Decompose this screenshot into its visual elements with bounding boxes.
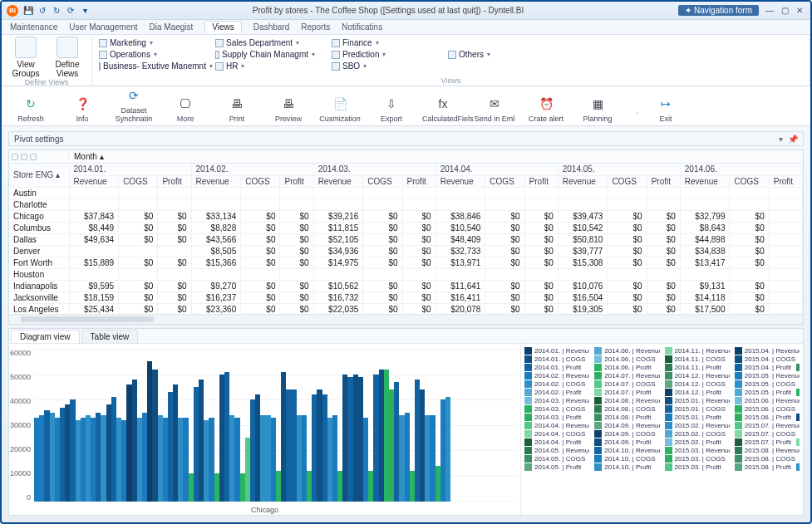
legend-item[interactable]: 2014.12. | COGS [665, 380, 730, 388]
ribbon-link-sales-department[interactable]: Sales Department▾ [215, 38, 315, 47]
sub-header-cogs[interactable]: COGS [608, 175, 647, 187]
chart-bar[interactable] [445, 397, 450, 502]
legend-item[interactable]: 2014.06. | Revenue [594, 347, 659, 355]
legend-item[interactable]: 2015.04. | Profit201 [735, 364, 800, 371]
sub-header-cogs[interactable]: COGS [485, 175, 524, 187]
filter-dot[interactable] [12, 154, 18, 160]
sub-header-profit[interactable]: Profit [524, 175, 558, 187]
menu-tab-dia-maegist[interactable]: Dia Maegist [150, 22, 194, 32]
filter-dot[interactable] [30, 154, 37, 160]
ribbon-link-sbo[interactable]: SBO▾ [332, 61, 431, 71]
scrollbar-thumb[interactable] [21, 316, 154, 322]
table-row[interactable]: Indianapolis$9,595$0$0$9,270$0$0$10,562$… [9, 280, 803, 291]
toolbar-preview[interactable]: 🖶Preview [268, 95, 309, 123]
month-col-header[interactable]: 2014.06. [680, 164, 802, 175]
legend-item[interactable]: 2015.03. | Profit [665, 463, 730, 471]
menu-tab-maintenance[interactable]: Maintenance [10, 22, 57, 32]
legend-item[interactable]: 2014.01. | Revenue [524, 347, 589, 355]
menu-tab-reports[interactable]: Reports [301, 22, 330, 32]
sub-header-profit[interactable]: Profit [402, 175, 436, 187]
qat-undo-icon[interactable]: ↺ [37, 6, 47, 16]
tab-diagram-view[interactable]: Diagram view [11, 330, 80, 343]
legend-item[interactable]: 2014.07. | Revenue [594, 372, 659, 380]
menu-tab-user-management[interactable]: User Management [69, 22, 137, 32]
sub-header-profit[interactable]: Profit [647, 175, 680, 187]
ribbon-link-others[interactable]: Others▾ [448, 50, 548, 59]
legend-item[interactable]: 2014.05. | COGS [524, 455, 589, 463]
legend-item[interactable]: 2014.11. | COGS [665, 355, 730, 363]
legend-item[interactable]: 2015.04. | Revenue201 [735, 347, 800, 355]
store-header[interactable]: Store ENG ▴ [9, 164, 69, 187]
legend-item[interactable]: 2014.01. | Profit [524, 364, 589, 371]
sub-header-cogs[interactable]: COGS [730, 175, 769, 187]
legend-item[interactable]: 2014.03. | COGS [524, 405, 589, 413]
legend-item[interactable]: 2015.08. | Profit201 [735, 463, 800, 471]
table-row[interactable]: Charlotte [9, 198, 803, 210]
legend-item[interactable]: 2014.11. | Revenue [665, 347, 730, 355]
legend-item[interactable]: 2014.03. | Profit [524, 414, 589, 421]
menu-tab-dashbard[interactable]: Dashbard [253, 22, 289, 32]
legend-item[interactable]: 2015.02. | Revenue [665, 422, 730, 429]
legend-item[interactable]: 2015.03. | Revenue [665, 447, 730, 454]
toolbar-dataset-synchnatin[interactable]: ⟳Dataset Synchnatin [113, 86, 155, 123]
table-row[interactable]: Dallas$49,634$0$0$43,566$0$0$52,105$0$0$… [9, 233, 803, 245]
sub-header-cogs[interactable]: COGS [363, 175, 402, 187]
legend-item[interactable]: 2015.05. | COGS201 [735, 380, 800, 388]
legend-item[interactable]: 2014.02. | Revenue [524, 372, 589, 380]
legend-item[interactable]: 2015.04. | COGS201 [735, 355, 800, 363]
legend-item[interactable]: 2014.01. | COGS [524, 355, 589, 363]
toolbar-send-in-eml[interactable]: ✉Send in Eml [474, 95, 515, 123]
horizontal-scrollbar[interactable] [9, 314, 803, 324]
legend-item[interactable]: 2014.09. | COGS [594, 430, 659, 438]
grid-scroll[interactable]: Store ENG ▴2014.01.2014.02.2014.03.2014.… [9, 164, 803, 314]
toolbar-calculatedfiels[interactable]: fxCalculatedFiels [422, 95, 464, 123]
legend-item[interactable]: 2014.07. | Profit [594, 389, 659, 396]
tab-table-view[interactable]: Table view [81, 330, 139, 343]
sub-header-revenue[interactable]: Revenue [69, 175, 119, 187]
close-icon[interactable]: ✕ [794, 6, 805, 16]
ribbon-link-supply-chain-managmt[interactable]: Supply Chain Managmt▾ [215, 50, 315, 59]
legend-item[interactable]: 2014.09. | Revenue [594, 422, 659, 429]
month-col-header[interactable]: 2014.05. [558, 164, 680, 175]
sub-header-profit[interactable]: Profit [280, 175, 313, 187]
ribbon-link-finance[interactable]: Finance▾ [332, 38, 431, 47]
legend-item[interactable]: 2015.06. | Revenue201 [735, 397, 800, 404]
ribbon-link-business-exutive-manemnt[interactable]: Business- Exutive Manemnt▾ [99, 61, 199, 71]
table-row[interactable]: Columbus$8,449$0$0$8,828$0$0$11,815$0$0$… [9, 222, 803, 233]
legend-item[interactable]: 2014.10. | Revenue [594, 447, 659, 454]
sub-header-revenue[interactable]: Revenue [680, 175, 730, 187]
legend-item[interactable]: 2015.01. | Revenue [665, 397, 730, 404]
minimize-icon[interactable]: — [764, 6, 775, 16]
sub-header-revenue[interactable]: Revenue [313, 175, 363, 187]
table-row[interactable]: Houston [9, 268, 803, 280]
toolbar-crate-alert[interactable]: ⏰Crate alert [525, 95, 567, 123]
legend-item[interactable]: 2014.08. | Revenue [594, 397, 659, 404]
sub-header-cogs[interactable]: COGS [119, 175, 158, 187]
table-row[interactable]: Chicago$37,843$0$0$33,134$0$0$39,216$0$0… [9, 210, 803, 222]
table-row[interactable]: Jacksonville$18,159$0$0$16,237$0$0$16,73… [9, 291, 803, 303]
view-groups-button[interactable]: View Groups [8, 37, 43, 78]
legend-item[interactable]: 2015.07. | Revenue201 [735, 422, 800, 429]
ribbon-link-hr[interactable]: HR▾ [215, 61, 315, 71]
sub-header-cogs[interactable]: COGS [241, 175, 280, 187]
month-col-header[interactable]: 2014.02. [191, 164, 313, 175]
toolbar-exit[interactable]: ↦Exit [645, 95, 687, 123]
legend-item[interactable]: 2014.09. | Profit [594, 438, 659, 446]
legend-item[interactable]: 2015.02. | COGS [665, 430, 730, 438]
qat-redo-icon[interactable]: ↻ [52, 6, 62, 16]
legend-item[interactable]: 2015.07. | COGS201 [735, 430, 800, 438]
ribbon-link-operations[interactable]: Operations▾ [99, 50, 199, 59]
legend-item[interactable]: 2015.05. | Profit201 [735, 389, 800, 396]
sub-header-revenue[interactable]: Revenue [436, 175, 485, 187]
toolbar-print[interactable]: 🖶Print [216, 95, 258, 123]
legend-item[interactable]: 2014.06. | COGS [594, 355, 659, 363]
month-col-header[interactable]: 2014.03. [313, 164, 436, 175]
ribbon-link-marketing[interactable]: Marketing▾ [99, 38, 199, 47]
legend-item[interactable]: 2014.04. | Profit [524, 438, 589, 446]
sub-header-profit[interactable]: Profit [158, 175, 191, 187]
toolbar-export[interactable]: ⇩Export [371, 95, 412, 123]
table-row[interactable]: Denver$8,505$0$0$34,936$0$0$32,733$0$0$3… [9, 245, 803, 257]
month-col-header[interactable]: 2014.04. [436, 164, 558, 175]
legend-item[interactable]: 2015.05. | Revenue201 [735, 372, 800, 380]
define-views-button[interactable]: Define Views [50, 37, 85, 78]
